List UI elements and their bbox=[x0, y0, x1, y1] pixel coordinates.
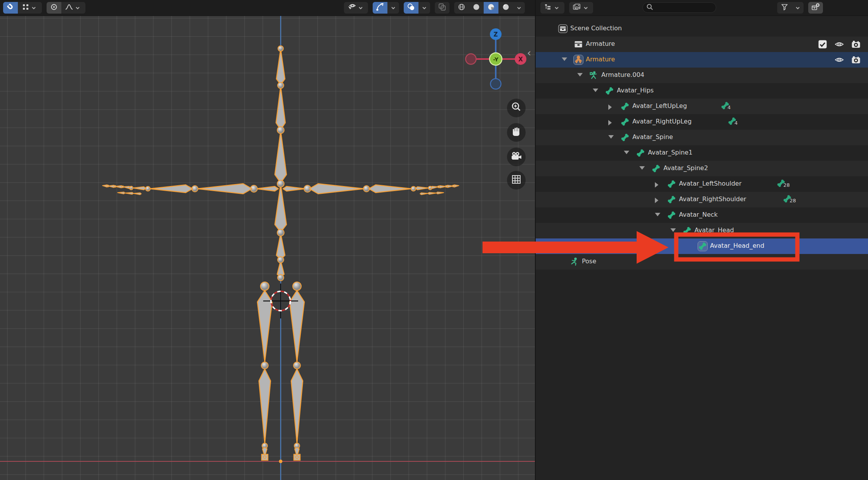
viewport-toolbar-left bbox=[3, 2, 90, 14]
row-label: Avatar_Spine1 bbox=[648, 149, 693, 156]
collapse-triangle-icon[interactable] bbox=[655, 213, 660, 216]
outliner-row-avatar-head[interactable]: Avatar_Head bbox=[536, 223, 868, 238]
proportional-edit-button[interactable] bbox=[47, 2, 61, 14]
outliner-row-armature[interactable]: Armature bbox=[536, 37, 868, 52]
camera-toggle-icon[interactable] bbox=[851, 55, 861, 65]
row-label: Avatar_LeftUpLeg bbox=[632, 102, 687, 110]
collapse-triangle-icon[interactable] bbox=[608, 135, 614, 139]
shading-options-button[interactable] bbox=[513, 2, 525, 14]
checkbox-toggle-icon[interactable] bbox=[818, 39, 828, 49]
eye-toggle-icon[interactable] bbox=[834, 39, 844, 49]
outliner-row-avatar-rightshoulder[interactable]: Avatar_RightShoulder28 bbox=[536, 192, 868, 207]
search-input[interactable] bbox=[654, 4, 710, 11]
bone-icon bbox=[651, 163, 661, 174]
outliner-row-avatar-spine1[interactable]: Avatar_Spine1 bbox=[536, 145, 868, 161]
outliner-row-armature[interactable]: Armature bbox=[536, 52, 868, 68]
bone-icon bbox=[667, 195, 677, 205]
sph-solid-icon bbox=[472, 3, 480, 12]
svg-text:-Y: -Y bbox=[493, 56, 498, 63]
row-label: Avatar_Head bbox=[694, 226, 734, 234]
outliner-row-armature-004[interactable]: Armature.004 bbox=[536, 68, 868, 83]
outliner-row-avatar-hips[interactable]: Avatar_Hips bbox=[536, 83, 868, 99]
shading-wireframe-button[interactable] bbox=[454, 2, 469, 14]
expand-triangle-icon[interactable] bbox=[655, 182, 658, 188]
sidebar-collapse-icon[interactable]: ‹ bbox=[524, 45, 534, 61]
toggle-xray-button[interactable] bbox=[435, 2, 450, 14]
display-mode-button[interactable] bbox=[569, 2, 593, 14]
collapse-triangle-icon[interactable] bbox=[593, 89, 598, 92]
new-collection-button[interactable] bbox=[808, 2, 823, 14]
collapse-triangle-icon[interactable] bbox=[639, 166, 645, 170]
camera-icon bbox=[510, 151, 523, 163]
eye-toggle-icon[interactable] bbox=[834, 55, 844, 65]
sph-rend-icon bbox=[502, 3, 510, 12]
chevron-down-icon bbox=[30, 5, 38, 10]
collapse-triangle-icon[interactable] bbox=[577, 73, 583, 77]
collapse-triangle-icon[interactable] bbox=[562, 57, 567, 61]
proportional-falloff-button[interactable] bbox=[61, 2, 85, 14]
bone-icon bbox=[682, 226, 692, 236]
outliner-row-avatar-leftupleg[interactable]: Avatar_LeftUpLeg4 bbox=[536, 99, 868, 114]
snap-magnet-button[interactable] bbox=[3, 2, 18, 14]
expand-triangle-icon[interactable] bbox=[608, 104, 612, 110]
bone-icon bbox=[604, 86, 615, 96]
outliner-row-scene-collection[interactable]: Scene Collection bbox=[536, 21, 868, 37]
bone-count-badge: 4 bbox=[720, 101, 731, 110]
collapse-triangle-icon[interactable] bbox=[624, 151, 629, 154]
ortho-grid-button[interactable] bbox=[507, 171, 526, 190]
outliner-row-avatar-rightupleg[interactable]: Avatar_RightUpLeg4 bbox=[536, 114, 868, 130]
svg-text:X: X bbox=[518, 56, 523, 63]
viewport-3d[interactable]: Z X -Y ‹ bbox=[0, 16, 535, 480]
shading-solid-button[interactable] bbox=[469, 2, 484, 14]
row-label: Avatar_Hips bbox=[617, 87, 654, 94]
zoom-icon bbox=[510, 101, 522, 115]
expand-triangle-icon[interactable] bbox=[655, 198, 658, 203]
snap-options-button[interactable] bbox=[18, 2, 42, 14]
overlays-button[interactable] bbox=[404, 2, 418, 14]
filter-button[interactable] bbox=[777, 2, 804, 14]
zoom-tool-button[interactable] bbox=[507, 99, 526, 117]
viewport-toolbar-right bbox=[344, 2, 529, 14]
shading-rendered-button[interactable] bbox=[498, 2, 513, 14]
overlays-options-button[interactable] bbox=[418, 2, 430, 14]
outliner-search[interactable] bbox=[642, 2, 716, 13]
outliner-row-avatar-spine[interactable]: Avatar_Spine bbox=[536, 130, 868, 145]
editor-type-button[interactable] bbox=[540, 2, 564, 14]
outliner-row-pose[interactable]: Pose bbox=[536, 254, 868, 270]
outliner-toolbar bbox=[540, 2, 598, 14]
outliner-row-avatar-spine2[interactable]: Avatar_Spine2 bbox=[536, 161, 868, 176]
bone-icon bbox=[783, 194, 791, 203]
show-hide-button[interactable] bbox=[344, 2, 368, 14]
outliner-header bbox=[536, 0, 868, 16]
shading-material-button[interactable] bbox=[484, 2, 498, 14]
xray-icon bbox=[438, 3, 446, 13]
camera-view-button[interactable] bbox=[507, 148, 526, 166]
treelist-icon bbox=[544, 3, 552, 12]
row-label: Avatar_LeftShoulder bbox=[679, 180, 741, 187]
outliner-filter-area bbox=[777, 2, 828, 14]
expand-triangle-icon[interactable] bbox=[608, 120, 612, 125]
chevron-down-icon bbox=[515, 5, 523, 10]
outliner-row-avatar-leftshoulder[interactable]: Avatar_LeftShoulder28 bbox=[536, 176, 868, 192]
bone-icon bbox=[667, 210, 677, 220]
armature-data-icon bbox=[589, 70, 599, 80]
gizmos-button[interactable] bbox=[373, 2, 387, 14]
circledot-icon bbox=[50, 3, 58, 12]
gizmos-options-button[interactable] bbox=[387, 2, 399, 14]
chevron-down-icon bbox=[793, 5, 802, 10]
row-label: Avatar_Head_end bbox=[710, 242, 764, 249]
gizmo-icon bbox=[376, 3, 384, 13]
collapse-triangle-icon[interactable] bbox=[670, 228, 676, 232]
outliner-panel: Scene CollectionArmatureArmatureArmature… bbox=[536, 0, 868, 480]
bone-icon bbox=[727, 117, 736, 125]
sph-wire-icon bbox=[458, 3, 465, 12]
outliner-row-avatar-neck[interactable]: Avatar_Neck bbox=[536, 207, 868, 223]
row-label: Scene Collection bbox=[570, 24, 622, 32]
pan-tool-button[interactable] bbox=[507, 123, 526, 142]
outliner-row-avatar-head-end[interactable]: Avatar_Head_end bbox=[536, 238, 868, 254]
panel-splitter[interactable] bbox=[535, 0, 536, 480]
row-label: Pose bbox=[582, 257, 596, 265]
row-label: Avatar_Spine bbox=[632, 133, 673, 141]
camera-toggle-icon[interactable] bbox=[851, 39, 861, 49]
pose-icon bbox=[569, 257, 580, 267]
